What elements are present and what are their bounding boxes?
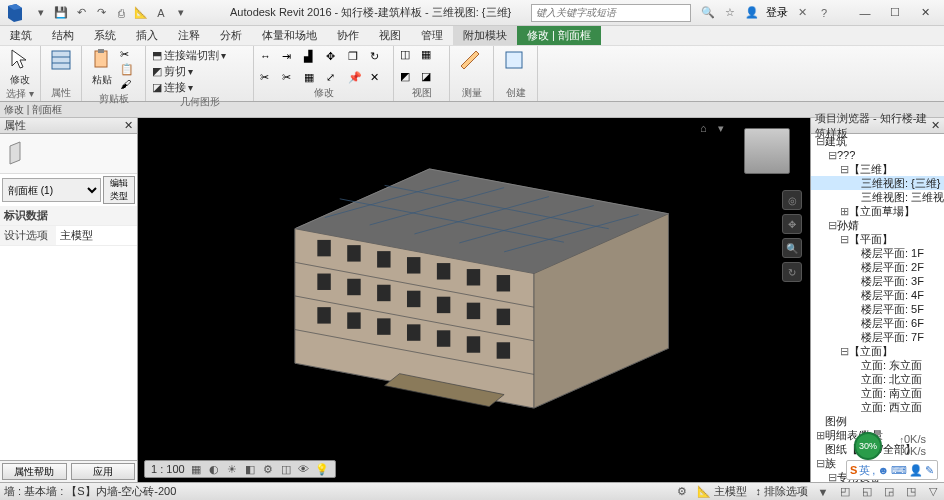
search-input[interactable] (531, 4, 691, 22)
qat-open-icon[interactable]: ▾ (32, 4, 50, 22)
sun-path-icon[interactable]: ☀ (225, 462, 239, 476)
view4-icon[interactable]: ◪ (421, 70, 437, 84)
tree-node[interactable]: 楼层平面: 4F (811, 288, 944, 302)
close-button[interactable]: ✕ (910, 2, 940, 24)
cut-geom-tool[interactable]: ◩剪切 ▾ (152, 64, 193, 79)
rotate-icon[interactable]: ↻ (370, 50, 386, 64)
qat-measure-icon[interactable]: 📐 (132, 4, 150, 22)
help-icon[interactable]: ? (816, 5, 832, 21)
nav-wheel-icon[interactable]: ◎ (782, 190, 802, 210)
user-icon[interactable]: 👤 (744, 5, 760, 21)
join-tool[interactable]: ◪连接 ▾ (152, 80, 193, 95)
maximize-button[interactable]: ☐ (880, 2, 910, 24)
nav-pan-icon[interactable]: ✥ (782, 214, 802, 234)
menu-tab[interactable]: 协作 (327, 26, 369, 45)
menu-tab[interactable]: 插入 (126, 26, 168, 45)
tree-node[interactable]: ⊟??? (811, 148, 944, 162)
tree-node[interactable]: 立面: 东立面 (811, 358, 944, 372)
tree-node[interactable]: ⊟孙婧 (811, 218, 944, 232)
select3-icon[interactable]: ◲ (882, 485, 896, 499)
view-scale[interactable]: 1 : 100 (151, 463, 185, 475)
shadows-icon[interactable]: ◧ (243, 462, 257, 476)
status-model[interactable]: 📐 主模型 (697, 484, 747, 499)
tree-node[interactable]: ⊟建筑 (811, 134, 944, 148)
tree-node[interactable]: 楼层平面: 7F (811, 330, 944, 344)
select5-icon[interactable]: ▽ (926, 485, 940, 499)
copy2-icon[interactable]: ❐ (348, 50, 364, 64)
edit-type-button[interactable]: 编辑类型 (103, 176, 135, 204)
ime-user-icon[interactable]: 👤 (909, 464, 923, 477)
view2-icon[interactable]: ▦ (421, 48, 437, 62)
ime-settings-icon[interactable]: ✎ (925, 464, 934, 477)
trim-icon[interactable]: ✂ (260, 71, 276, 85)
view3-icon[interactable]: ◩ (400, 70, 416, 84)
nav-zoom-icon[interactable]: 🔍 (782, 238, 802, 258)
download-badge[interactable]: 30% (854, 432, 882, 460)
menu-tab[interactable]: 系统 (84, 26, 126, 45)
delete-icon[interactable]: ✕ (370, 71, 386, 85)
qat-print-icon[interactable]: ⎙ (112, 4, 130, 22)
qat-redo-icon[interactable]: ↷ (92, 4, 110, 22)
search-icon[interactable]: 🔍 (700, 5, 716, 21)
tree-node[interactable]: 楼层平面: 3F (811, 274, 944, 288)
view1-icon[interactable]: ◫ (400, 48, 416, 62)
select1-icon[interactable]: ◰ (838, 485, 852, 499)
menu-tab[interactable]: 结构 (42, 26, 84, 45)
qat-save-icon[interactable]: 💾 (52, 4, 70, 22)
menu-tab[interactable]: 管理 (411, 26, 453, 45)
array-icon[interactable]: ▦ (304, 71, 320, 85)
ime-toolbar[interactable]: S 英 , ☻ ⌨ 👤 ✎ (846, 460, 938, 480)
menu-tab[interactable]: 修改 | 剖面框 (517, 26, 601, 45)
visual-style-icon[interactable]: ◐ (207, 462, 221, 476)
viewport-3d[interactable]: ⌂ ▾ (138, 118, 810, 482)
properties-tool[interactable] (47, 48, 75, 72)
tree-node[interactable]: 立面: 西立面 (811, 400, 944, 414)
modify-tool[interactable]: 修改 (6, 48, 34, 87)
split-icon[interactable]: ✂ (282, 71, 298, 85)
ime-smile-icon[interactable]: ☻ (877, 464, 889, 476)
select2-icon[interactable]: ◱ (860, 485, 874, 499)
properties-help-button[interactable]: 属性帮助 (2, 463, 67, 480)
tree-node[interactable]: 楼层平面: 5F (811, 302, 944, 316)
tree-node[interactable]: 立面: 北立面 (811, 372, 944, 386)
match-icon[interactable]: 🖌 (120, 78, 136, 92)
ime-punct[interactable]: , (872, 464, 875, 476)
scale-icon[interactable]: ⤢ (326, 71, 342, 85)
tree-node[interactable]: ⊞【立面草場】 (811, 204, 944, 218)
menu-tab[interactable]: 注释 (168, 26, 210, 45)
create-tool[interactable] (500, 48, 528, 72)
reveal-icon[interactable]: 💡 (315, 462, 329, 476)
tree-node[interactable]: 楼层平面: 2F (811, 260, 944, 274)
paste-tool[interactable]: 粘贴 (88, 48, 116, 87)
exchange-icon[interactable]: ✕ (794, 5, 810, 21)
cope-tool[interactable]: ⬒连接端切割 ▾ (152, 48, 226, 63)
tree-node[interactable]: 楼层平面: 1F (811, 246, 944, 260)
view-cube[interactable] (744, 128, 790, 174)
ime-s-icon[interactable]: S (850, 464, 857, 476)
properties-close-icon[interactable]: ✕ (124, 119, 133, 132)
pin-icon[interactable]: 📌 (348, 71, 364, 85)
ime-lang[interactable]: 英 (859, 463, 870, 478)
qat-more-icon[interactable]: ▾ (172, 4, 190, 22)
tree-node[interactable]: ⊟【平面】 (811, 232, 944, 246)
vp-save-icon[interactable]: ▾ (718, 122, 732, 136)
copy-icon[interactable]: 📋 (120, 63, 136, 77)
browser-close-icon[interactable]: ✕ (931, 119, 940, 132)
signin-link[interactable]: 登录 (766, 5, 788, 20)
favorite-icon[interactable]: ☆ (722, 5, 738, 21)
mirror-icon[interactable]: ▟ (304, 50, 320, 64)
tree-node[interactable]: 楼层平面: 6F (811, 316, 944, 330)
nav-orbit-icon[interactable]: ↻ (782, 262, 802, 282)
qat-sync-icon[interactable]: A (152, 4, 170, 22)
tree-node[interactable]: ⊟【三维】 (811, 162, 944, 176)
apply-button[interactable]: 应用 (71, 463, 136, 480)
rendering-icon[interactable]: ⚙ (261, 462, 275, 476)
detail-level-icon[interactable]: ▦ (189, 462, 203, 476)
menu-tab[interactable]: 附加模块 (453, 26, 517, 45)
move-icon[interactable]: ✥ (326, 50, 342, 64)
worksets-icon[interactable]: ⚙ (675, 485, 689, 499)
offset-icon[interactable]: ⇥ (282, 50, 298, 64)
vp-home-icon[interactable]: ⌂ (700, 122, 714, 136)
select4-icon[interactable]: ◳ (904, 485, 918, 499)
tree-node[interactable]: 三维视图: {三维} (811, 176, 944, 190)
